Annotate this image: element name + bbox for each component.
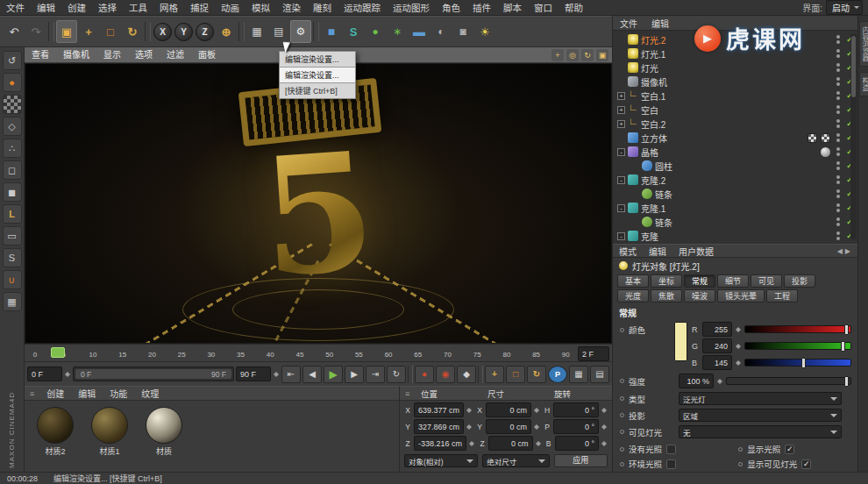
move-tool-icon[interactable]: + (78, 20, 99, 43)
object-name[interactable]: 灯光.2 (641, 33, 665, 46)
value-spinner[interactable] (466, 421, 473, 433)
position-field[interactable]: -338.216 cm (414, 436, 466, 451)
workplane-mode-icon[interactable]: ◇ (3, 117, 22, 136)
object-row[interactable]: 灯光 ✓ (613, 60, 857, 75)
size-field[interactable]: 0 cm (486, 419, 531, 434)
coordinate-mode-dropdown[interactable]: 对象(相对) (404, 454, 478, 467)
record-rotation-icon[interactable]: ↻ (527, 366, 546, 383)
object-row[interactable]: 链条 ✓ (613, 187, 857, 201)
apply-button[interactable]: 应用 (554, 454, 608, 467)
viewport-menu-item[interactable]: 面板 (191, 47, 223, 63)
visibility-dots[interactable] (836, 217, 840, 226)
rotation-field[interactable]: 0 ° (553, 402, 599, 417)
parameter-dropdown[interactable]: 区域 (679, 409, 842, 422)
material-menu-item[interactable]: 创建 (39, 387, 71, 400)
animation-dot[interactable] (620, 396, 624, 401)
visibility-dots[interactable] (836, 175, 840, 184)
value-spinner[interactable] (601, 421, 608, 433)
subdivision-surface-icon[interactable]: ● (365, 20, 386, 43)
value-spinner[interactable] (735, 324, 742, 336)
toolbar-separator[interactable] (313, 22, 319, 41)
checkbox[interactable] (801, 459, 811, 469)
channel-value-field[interactable]: 145 (702, 355, 732, 370)
undo-icon[interactable]: ↶ (4, 20, 25, 43)
render-visibility-dot[interactable] (836, 68, 840, 72)
rotate-tool-icon[interactable]: ↻ (122, 20, 143, 43)
animation-dot[interactable] (738, 462, 743, 466)
menu-item[interactable]: 窗口 (528, 0, 559, 16)
attribute-tab[interactable]: 常规 (684, 274, 715, 288)
editor-visibility-dot[interactable] (836, 133, 840, 137)
value-spinner[interactable] (466, 404, 473, 416)
expand-toggle-icon[interactable]: - (617, 148, 625, 156)
rotate-view-icon[interactable]: ↻ (581, 49, 594, 61)
menu-item[interactable]: 运动图形 (387, 0, 436, 16)
rotation-field[interactable]: 0 ° (555, 436, 599, 451)
material-item[interactable]: 材质1 (88, 407, 132, 457)
scrollbar-thumb[interactable] (851, 36, 856, 97)
attribute-tab[interactable]: 镜头光晕 (717, 289, 765, 302)
menu-item[interactable]: 动画 (215, 0, 245, 16)
history-arrows[interactable]: ◀▶ (837, 247, 858, 255)
play-button[interactable]: ▶ (324, 366, 343, 383)
viewport-select-icon[interactable]: ▭ (3, 226, 22, 246)
attribute-tab[interactable]: 焦散 (651, 289, 682, 302)
value-spinner[interactable] (535, 438, 542, 450)
menu-item[interactable]: 运动跟踪 (338, 0, 387, 16)
render-picture-viewer-icon[interactable]: ▤ (268, 20, 289, 43)
toolbar-separator[interactable] (238, 22, 245, 41)
snap-settings-icon[interactable]: S (3, 248, 22, 267)
polygons-mode-icon[interactable]: ◼ (3, 182, 22, 202)
object-name[interactable]: 空白.1 (641, 89, 665, 103)
editor-visibility-dot[interactable] (836, 77, 840, 81)
visibility-dots[interactable] (836, 35, 840, 44)
visibility-dots[interactable] (836, 77, 840, 86)
render-visibility-dot[interactable] (836, 223, 840, 226)
expand-toggle-icon[interactable]: + (617, 106, 625, 114)
pan-view-icon[interactable]: + (551, 49, 564, 61)
object-name[interactable]: 摄像机 (641, 75, 667, 89)
render-visibility-dot[interactable] (836, 110, 840, 114)
visibility-dots[interactable] (836, 105, 840, 114)
value-spinner[interactable] (735, 357, 742, 369)
keyframe-selection-button[interactable]: ◆ (457, 366, 476, 383)
object-name[interactable]: 圆柱 (655, 160, 672, 173)
render-visibility-dot[interactable] (836, 139, 840, 142)
size-field[interactable]: 0 cm (486, 402, 531, 417)
zoom-view-icon[interactable]: ◎ (566, 49, 579, 61)
live-selection-icon[interactable]: ▣ (56, 20, 77, 43)
object-name[interactable]: 克隆 (641, 230, 658, 243)
material-menu-item[interactable]: 编辑 (71, 387, 103, 400)
object-row[interactable]: - 克隆.1 ✓ (613, 201, 857, 215)
editor-visibility-dot[interactable] (836, 105, 840, 109)
menu-item[interactable]: 模拟 (245, 0, 276, 16)
menu-item[interactable]: 文件 (0, 0, 31, 16)
animation-dot[interactable] (620, 462, 624, 466)
model-mode-icon[interactable]: ● (3, 73, 22, 92)
slider-handle[interactable] (841, 341, 845, 352)
scale-tool-icon[interactable]: □ (100, 20, 121, 43)
position-field[interactable]: 327.869 cm (414, 419, 464, 434)
texture-mode-icon[interactable]: ▩ (3, 95, 22, 114)
visibility-dots[interactable] (836, 203, 840, 212)
hud-button[interactable]: ▦ (569, 366, 588, 383)
value-spinner[interactable] (716, 375, 723, 388)
x-axis-lock-button[interactable]: X (153, 23, 172, 41)
timeline-ruler[interactable]: 0 5 10 15 20 25 30 35 40 45 50 55 (25, 345, 612, 362)
render-view-icon[interactable]: ▦ (246, 20, 267, 43)
render-visibility-dot[interactable] (836, 153, 840, 156)
attribute-tab[interactable]: 噪波 (684, 289, 715, 302)
layer-button[interactable]: ▤ (590, 366, 609, 383)
viewport-menu-item[interactable]: 摄像机 (56, 47, 96, 63)
object-tag-icon[interactable] (808, 133, 817, 143)
frame-increment-field[interactable]: 2 F (578, 346, 609, 361)
expand-toggle-icon[interactable]: + (617, 120, 625, 128)
expand-toggle-icon[interactable]: + (617, 92, 625, 100)
menu-item[interactable]: 渲染 (276, 0, 307, 16)
render-visibility-dot[interactable] (836, 96, 840, 100)
parameter-dropdown[interactable]: 泛光灯 (679, 392, 842, 405)
scene-light-icon[interactable]: ☀ (474, 20, 495, 43)
value-spinner[interactable] (601, 404, 608, 416)
attribute-tab[interactable]: 工程 (766, 289, 798, 302)
record-scale-icon[interactable]: □ (506, 366, 525, 383)
